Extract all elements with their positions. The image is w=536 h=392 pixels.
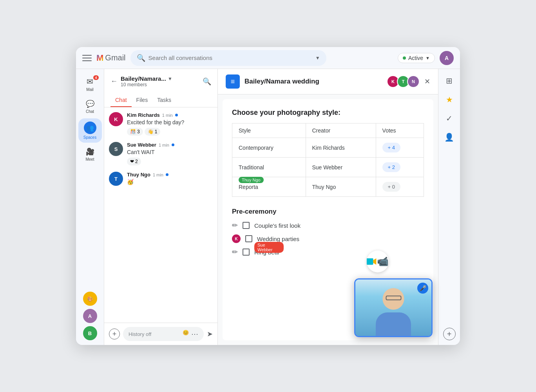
content-title: Bailey/Namara wedding xyxy=(244,78,382,85)
user-avatar[interactable]: A xyxy=(440,51,454,65)
gmail-logo: M Gmail xyxy=(96,53,126,63)
more-options-icon[interactable]: ⋯ xyxy=(191,330,198,338)
chat-tabs: Chat Files Tasks xyxy=(104,94,217,107)
sidebar-avatar-2[interactable]: A xyxy=(83,309,97,323)
tab-files[interactable]: Files xyxy=(132,94,153,107)
msg-text-thuy: 🥳 xyxy=(127,179,213,185)
poll-style-contemporary: Contemporary xyxy=(232,138,306,158)
close-icon[interactable]: ✕ xyxy=(424,77,430,86)
group-name-dropdown-icon[interactable]: ▼ xyxy=(168,76,172,82)
chat-input-box[interactable]: History off 😊 ⋯ xyxy=(123,327,204,341)
msg-avatar-thuy: T xyxy=(109,172,123,186)
poll-col-style: Style xyxy=(232,123,306,138)
chat-add-button[interactable]: + xyxy=(109,328,120,339)
mic-symbol: 🎤 xyxy=(420,285,426,291)
active-dropdown-icon: ▼ xyxy=(426,56,430,60)
msg-content-sue: Sue Webber 1 min Can't WAIT ❤ 2 xyxy=(127,142,213,165)
msg-time-thuy: 1 min xyxy=(153,172,163,177)
chat-header: ← Bailey/Namara... ▼ 10 members 🔍 xyxy=(104,69,217,94)
star-icon: ★ xyxy=(446,95,453,104)
sidebar-item-chat[interactable]: 💬 Chat xyxy=(78,96,102,117)
sidebar-avatar-1[interactable]: 🎨 xyxy=(83,292,97,306)
vote-button-reportage[interactable]: + 0 xyxy=(382,182,400,192)
hamburger-menu[interactable] xyxy=(82,53,92,63)
right-icon-grid[interactable]: ⊞ xyxy=(442,74,456,88)
poll-creator-kim: Kim Richards xyxy=(306,138,376,158)
topbar-right: Active ▼ A xyxy=(398,51,454,65)
meet-icon: 🎥 xyxy=(86,147,94,156)
reaction-emoji: 👋 xyxy=(148,129,154,134)
meet-logo-inner[interactable]: 📹 xyxy=(367,250,389,272)
reaction-count: 1 xyxy=(155,129,158,134)
chat-search-icon[interactable]: 🔍 xyxy=(203,77,211,86)
emoji-icon[interactable]: 😊 xyxy=(183,330,189,338)
vote-button-contemporary[interactable]: + 4 xyxy=(382,143,400,152)
msg-avatar-sue: S xyxy=(109,142,123,156)
video-mic-icon[interactable]: 🎤 xyxy=(417,283,428,294)
right-icon-star[interactable]: ★ xyxy=(442,93,456,107)
search-bar[interactable]: 🔍 ▼ xyxy=(130,50,326,66)
video-call-overlay: 🎤 xyxy=(354,278,433,337)
poll-row-reportage: Thuy Ngo Reporta Thuy Ngo + 0 xyxy=(232,177,424,197)
search-input[interactable] xyxy=(148,54,312,61)
poll-creator-thuy: Thuy Ngo xyxy=(306,177,376,197)
add-app-button[interactable]: + xyxy=(443,328,456,340)
chat-group-name: Bailey/Namara... xyxy=(121,75,166,82)
send-icon[interactable]: ➤ xyxy=(207,330,213,338)
svg-marker-2 xyxy=(373,258,376,265)
gmail-m-letter: M xyxy=(96,53,103,63)
spaces-icon: 👥 xyxy=(86,124,94,132)
sidebar-item-spaces[interactable]: 👥 Spaces xyxy=(78,118,102,143)
search-dropdown-icon[interactable]: ▼ xyxy=(315,55,320,61)
spaces-icon-bg: 👥 xyxy=(84,122,96,134)
checklist-checkbox-3[interactable] xyxy=(243,249,250,256)
msg-header-kim: Kim Richards 1 min xyxy=(127,112,213,118)
sidebar-avatar-3[interactable]: B xyxy=(83,326,97,340)
poll-votes-reportage: + 0 xyxy=(376,177,424,197)
active-status-badge[interactable]: Active ▼ xyxy=(398,53,435,63)
left-sidebar: ✉ Mail 4 💬 Chat 👥 Spaces 🎥 Meet 🎨 A xyxy=(76,69,104,345)
reaction-emoji: ❤ xyxy=(130,159,134,164)
mail-icon: ✉ xyxy=(87,77,93,86)
msg-content-thuy: Thuy Ngo 1 min 🥳 xyxy=(127,172,213,187)
gmail-text: Gmail xyxy=(105,53,125,62)
person-head xyxy=(383,288,404,310)
vote-button-traditional[interactable]: + 2 xyxy=(382,162,400,172)
person-body xyxy=(376,312,411,336)
right-icon-check[interactable]: ✓ xyxy=(442,111,456,125)
right-icon-person[interactable]: 👤 xyxy=(442,130,456,144)
back-icon[interactable]: ← xyxy=(110,77,118,85)
mail-badge: 4 xyxy=(93,75,98,80)
poll-row-contemporary: Contemporary Kim Richards + 4 xyxy=(232,138,424,158)
checklist-text-2: Wedding parties xyxy=(257,236,299,242)
checklist-checkbox-1[interactable] xyxy=(243,222,250,229)
chat-title-info: Bailey/Namara... ▼ 10 members xyxy=(121,75,199,87)
content-header: ≡ Bailey/Namara wedding K T N ✕ xyxy=(218,69,438,94)
chat-panel: ← Bailey/Namara... ▼ 10 members 🔍 Chat F… xyxy=(104,69,218,345)
checklist-checkbox-2[interactable] xyxy=(245,235,252,242)
grid-icon: ⊞ xyxy=(446,76,453,85)
tab-chat[interactable]: Chat xyxy=(110,94,132,107)
msg-header-thuy: Thuy Ngo 1 min xyxy=(127,172,213,178)
check-circle-icon: ✓ xyxy=(446,114,453,123)
msg-online-kim xyxy=(175,114,178,116)
meet-icon xyxy=(367,256,377,267)
msg-online-sue xyxy=(172,143,174,146)
poll-creator-sue: Sue Webber xyxy=(306,158,376,177)
msg-name-sue: Sue Webber xyxy=(127,142,156,148)
meet-logo: 📹 xyxy=(367,250,389,272)
sidebar-item-mail[interactable]: ✉ Mail 4 xyxy=(78,74,102,95)
reaction-chip[interactable]: 🎊 3 xyxy=(127,128,143,136)
reaction-chip[interactable]: 👋 1 xyxy=(145,128,161,136)
tab-tasks[interactable]: Tasks xyxy=(152,94,176,107)
reaction-chip[interactable]: ❤ 2 xyxy=(127,158,141,165)
msg-reactions-sue: ❤ 2 xyxy=(127,158,213,165)
checklist-avatar-icon-2: K xyxy=(232,234,241,243)
checklist-item-3: ✏ Sue Webber Ring bear xyxy=(232,248,424,256)
sidebar-item-meet[interactable]: 🎥 Meet xyxy=(78,144,102,165)
msg-name-thuy: Thuy Ngo xyxy=(127,172,150,178)
sidebar-label-chat: Chat xyxy=(86,109,94,114)
msg-content-kim: Kim Richards 1 min Excited for the big d… xyxy=(127,112,213,136)
msg-header-sue: Sue Webber 1 min xyxy=(127,142,213,148)
topbar: M Gmail 🔍 ▼ Active ▼ A xyxy=(76,47,460,69)
